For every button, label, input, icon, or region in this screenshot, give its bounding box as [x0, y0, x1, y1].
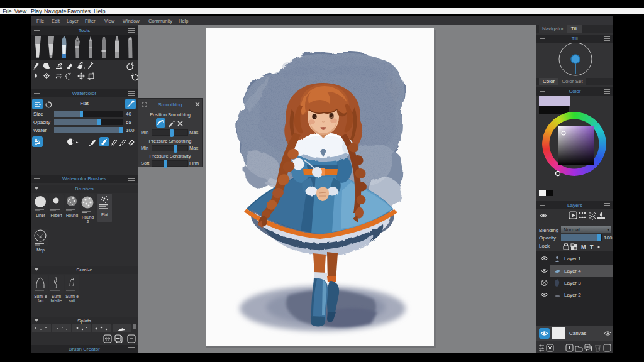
svg-text:T: T	[590, 244, 594, 250]
svg-text:M: M	[581, 244, 586, 250]
